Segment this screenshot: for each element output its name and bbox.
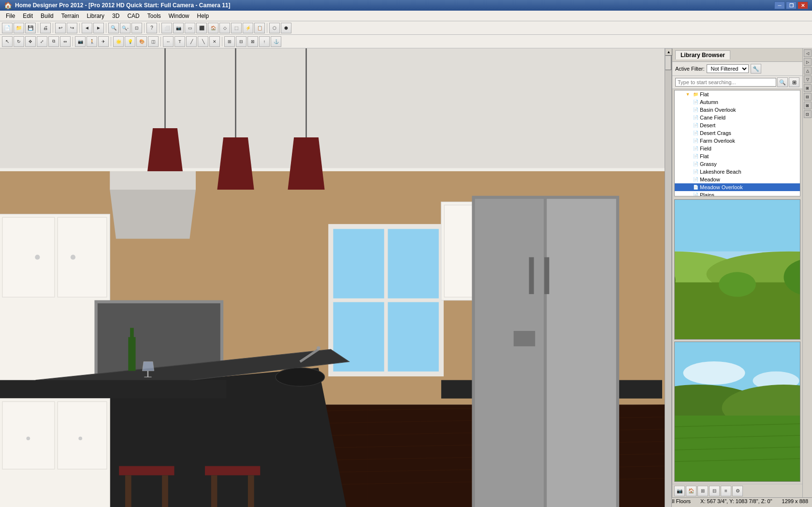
restore-button[interactable]: ❐ — [786, 1, 797, 9]
select-button[interactable]: ↖ — [2, 36, 13, 47]
move-button[interactable]: ✥ — [25, 36, 36, 47]
tree-item-lakeshore[interactable]: 📄 Lakeshore Beach — [675, 168, 800, 176]
delete-button[interactable]: ✕ — [209, 36, 220, 47]
minimize-button[interactable]: ─ — [774, 1, 785, 9]
tree-item-autumn[interactable]: 📄 Autumn — [675, 98, 800, 106]
camera-view-button[interactable]: 📷 — [173, 23, 184, 33]
object-props-button[interactable]: ⊞ — [224, 36, 235, 47]
right-icon-6[interactable]: ⊟ — [804, 93, 812, 101]
lib-list-button[interactable]: ≡ — [721, 486, 731, 496]
tree-item-meadow[interactable]: 📄 Meadow — [675, 176, 800, 183]
texture-button[interactable]: ◫ — [148, 36, 159, 47]
perspective-button[interactable]: ◇ — [219, 23, 230, 33]
tree-item-basin[interactable]: 📄 Basin Overlook — [675, 106, 800, 114]
tree-item-field[interactable]: 📄 Field — [675, 145, 800, 152]
lib-camera-button[interactable]: 📷 — [674, 486, 685, 496]
new-button[interactable]: 📄 — [2, 23, 13, 33]
menu-edit[interactable]: Edit — [19, 12, 37, 20]
section-line-button[interactable]: ⊠ — [247, 36, 258, 47]
layer-button[interactable]: ⊟ — [236, 36, 246, 47]
menu-library[interactable]: Library — [83, 12, 108, 20]
right-icon-8[interactable]: ⊡ — [804, 110, 812, 118]
cross-section-button[interactable]: ⬛ — [196, 23, 207, 33]
floorplan-view-button[interactable]: ⬜ — [161, 23, 172, 33]
library-tree[interactable]: ▼ 📁 Flat 📄 Autumn 📄 Basin Overlook — [674, 90, 800, 196]
light-button[interactable]: 💡 — [125, 36, 135, 47]
render-button[interactable]: 🌟 — [113, 36, 124, 47]
tree-folder-flat[interactable]: ▼ 📁 Flat — [675, 90, 800, 98]
preview-image-2[interactable] — [674, 342, 800, 482]
save-button[interactable]: 💾 — [25, 23, 36, 33]
search-input[interactable] — [675, 78, 776, 87]
resize-button[interactable]: ⤢ — [37, 36, 47, 47]
right-icon-1[interactable]: ◁ — [804, 49, 812, 57]
toolbar2-anchor[interactable]: ⚓ — [271, 36, 281, 47]
3d-viewport[interactable] — [0, 48, 665, 507]
tree-item-meadow-overlook[interactable]: 📄 Meadow Overlook — [675, 183, 800, 191]
back-button[interactable]: ◄ — [82, 23, 92, 33]
fly-through-button[interactable]: ✈ — [98, 36, 109, 47]
right-icon-3[interactable]: △ — [804, 67, 812, 75]
tree-item-plains[interactable]: 📄 Plains — [675, 191, 800, 196]
undo-button[interactable]: ↩ — [55, 23, 66, 33]
text-button[interactable]: T — [174, 36, 185, 47]
scroll-track-v[interactable] — [665, 56, 671, 507]
tree-item-farm-overlook[interactable]: 📄 Farm Overlook — [675, 137, 800, 145]
tree-item-desert[interactable]: 📄 Desert — [675, 121, 800, 129]
help-button[interactable]: ? — [146, 23, 157, 33]
menu-cad[interactable]: CAD — [123, 12, 143, 20]
tree-item-grassy[interactable]: 📄 Grassy — [675, 160, 800, 168]
lib-grid-button[interactable]: ⊞ — [697, 486, 708, 496]
forward-button[interactable]: ► — [93, 23, 104, 33]
scroll-up-arrow[interactable]: ▲ — [665, 48, 672, 56]
print-button[interactable]: 🖨 — [40, 23, 51, 33]
menu-help[interactable]: Help — [193, 12, 213, 20]
mirror-button[interactable]: ⇔ — [60, 36, 71, 47]
elevation-view-button[interactable]: ▭ — [185, 23, 195, 33]
doll-house-button[interactable]: 🏠 — [208, 23, 218, 33]
tree-item-canefield[interactable]: 📄 Cane Field — [675, 114, 800, 121]
scroll-thumb-v[interactable] — [665, 56, 671, 70]
rotate-button[interactable]: ↻ — [14, 36, 24, 47]
electrical-view-button[interactable]: ⚡ — [243, 23, 253, 33]
line-button[interactable]: ╱ — [186, 36, 197, 47]
open-button[interactable]: 📁 — [14, 23, 24, 33]
lib-layout-button[interactable]: ⊟ — [709, 486, 720, 496]
lib-settings-button[interactable]: ⚙ — [732, 486, 743, 496]
right-icon-5[interactable]: ⊞ — [804, 84, 812, 92]
zoom-fit-button[interactable]: ⊡ — [131, 23, 142, 33]
advanced-search-button[interactable]: ⊞ — [789, 77, 799, 87]
viewport-vertical-scrollbar[interactable]: ▲ ▼ — [665, 48, 672, 507]
right-icon-4[interactable]: ▽ — [804, 75, 812, 83]
menu-3d[interactable]: 3D — [108, 12, 123, 20]
toolbar-btn-extra2[interactable]: ⬢ — [281, 23, 291, 33]
lib-house-button[interactable]: 🏠 — [686, 486, 696, 496]
menu-window[interactable]: Window — [165, 12, 193, 20]
right-icon-7[interactable]: ⊠ — [804, 102, 812, 109]
copy-button[interactable]: ⧉ — [48, 36, 59, 47]
library-browser-tab[interactable]: Library Browser — [675, 50, 730, 60]
toolbar2-arrow[interactable]: ↑ — [259, 36, 270, 47]
toolbar-btn-extra1[interactable]: ⬡ — [269, 23, 280, 33]
framing-view-button[interactable]: ⬚ — [231, 23, 242, 33]
search-button[interactable]: 🔍 — [777, 77, 788, 87]
camera-tool-button[interactable]: 📷 — [75, 36, 86, 47]
zoom-in-button[interactable]: 🔍 — [108, 23, 119, 33]
polyline-button[interactable]: ╲ — [198, 36, 208, 47]
dimension-button[interactable]: ↔ — [163, 36, 174, 47]
filter-options-button[interactable]: 🔧 — [751, 64, 761, 74]
layout-view-button[interactable]: 📋 — [254, 23, 265, 33]
zoom-out-button[interactable]: 🔍- — [120, 23, 130, 33]
menu-tools[interactable]: Tools — [144, 12, 165, 20]
close-button[interactable]: ✕ — [798, 1, 808, 9]
right-icon-2[interactable]: ▷ — [804, 58, 812, 66]
walk-through-button[interactable]: 🚶 — [87, 36, 97, 47]
tree-item-flat[interactable]: 📄 Flat — [675, 152, 800, 160]
redo-button[interactable]: ↪ — [67, 23, 77, 33]
menu-terrain[interactable]: Terrain — [58, 12, 83, 20]
menu-file[interactable]: File — [2, 12, 19, 20]
tree-item-desert-crags[interactable]: 📄 Desert Crags — [675, 129, 800, 137]
filter-dropdown[interactable]: Not Filtered — [707, 64, 749, 73]
material-button[interactable]: 🎨 — [136, 36, 147, 47]
preview-image-1[interactable] — [674, 199, 800, 340]
